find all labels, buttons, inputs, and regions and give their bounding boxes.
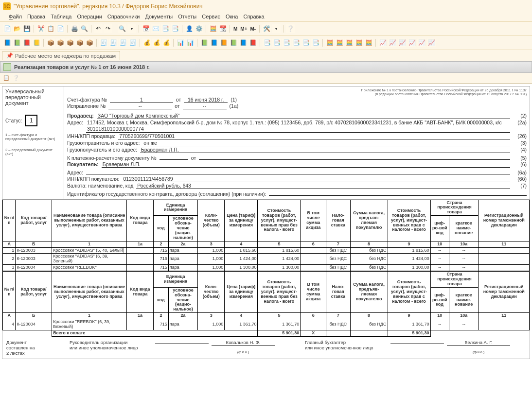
items-table-1: № п/п Код товара/ работ, услуг Наименова… bbox=[2, 200, 530, 272]
calc-icon[interactable]: 🧮 bbox=[209, 24, 217, 33]
tb2-icon-35[interactable]: 🧮 bbox=[364, 38, 373, 47]
document-section-title: Реализация товаров и услуг № 1 от 16 июн… bbox=[14, 64, 150, 70]
tb2-icon-31[interactable]: 🧮 bbox=[325, 38, 334, 47]
paste-icon[interactable]: 📄 bbox=[56, 24, 65, 33]
tb2-icon-2[interactable]: 📗 bbox=[13, 38, 21, 47]
tb2-icon-23[interactable]: 📘 bbox=[239, 38, 248, 47]
tb2-icon-39[interactable]: 📈 bbox=[408, 38, 416, 47]
print-icon[interactable]: 🖨️ bbox=[70, 24, 79, 33]
tb2-icon-20[interactable]: 📘 bbox=[210, 38, 218, 47]
mplus-button[interactable]: M+ bbox=[239, 26, 248, 32]
tb2-icon-17[interactable]: 📊 bbox=[176, 38, 185, 47]
menu-docs[interactable]: Документы bbox=[145, 14, 173, 19]
mminus-button[interactable]: M- bbox=[249, 26, 257, 32]
document-viewport[interactable]: Универсальный передаточный документ Стат… bbox=[0, 84, 532, 414]
gov-contract bbox=[269, 190, 527, 196]
tb2-icon-38[interactable]: 📈 bbox=[398, 38, 407, 47]
tb2-icon-16[interactable]: 💰 bbox=[162, 38, 171, 47]
tb2-icon-22[interactable]: 📗 bbox=[229, 38, 238, 47]
help-icon[interactable]: ❔ bbox=[286, 24, 295, 33]
save-icon[interactable]: 💾 bbox=[22, 24, 31, 33]
question-icon[interactable]: ❔ bbox=[13, 75, 19, 81]
menu-reports[interactable]: Отчеты bbox=[178, 14, 196, 19]
tb2-icon-30[interactable]: 📑 bbox=[311, 38, 320, 47]
toolbar-2: 📘 📗 📕 📒 📦 📦 📦 📦 📦 🧾 🧾 🧾 🧾 💰 💰 💰 📊 📊 📗 📘 … bbox=[0, 36, 532, 50]
user-icon[interactable]: 👤 bbox=[185, 24, 194, 33]
tb2-icon-27[interactable]: 📑 bbox=[282, 38, 291, 47]
preview-icon[interactable]: 🔍 bbox=[80, 24, 89, 33]
tb2-icon-41[interactable]: 📈 bbox=[427, 38, 436, 47]
tb2-icon-32[interactable]: 🧮 bbox=[335, 38, 344, 47]
tb2-icon-36[interactable]: 📈 bbox=[378, 38, 387, 47]
tb2-icon-6[interactable]: 📦 bbox=[56, 38, 65, 47]
new-icon[interactable]: 📄 bbox=[3, 24, 12, 33]
redo-icon[interactable]: ↷ bbox=[104, 24, 112, 33]
tb2-icon-33[interactable]: 🧮 bbox=[345, 38, 354, 47]
tb2-icon-5[interactable]: 📦 bbox=[46, 38, 55, 47]
tb2-icon-15[interactable]: 💰 bbox=[152, 38, 161, 47]
dropdown2-icon[interactable]: ▾ bbox=[272, 24, 281, 33]
date-icon[interactable]: 📆 bbox=[218, 24, 227, 33]
tb2-icon-25[interactable]: 📑 bbox=[263, 38, 271, 47]
zoom-icon[interactable]: 🔍 bbox=[118, 24, 126, 33]
correction-number: -- bbox=[108, 103, 172, 109]
menu-windows[interactable]: Окна bbox=[226, 14, 238, 19]
doc-icon[interactable]: 📑 bbox=[161, 24, 170, 33]
tb2-icon-18[interactable]: 📊 bbox=[186, 38, 195, 47]
acc-sign-slot bbox=[390, 344, 444, 344]
tb2-icon-7[interactable]: 📦 bbox=[66, 38, 74, 47]
tb2-icon-3[interactable]: 📕 bbox=[22, 38, 31, 47]
currency-value: Российский рубль, 643 bbox=[136, 183, 510, 189]
gear-icon[interactable]: ⚙️ bbox=[195, 24, 203, 33]
workspace-tabbar: 📌 Рабочее место менеджера по продажам bbox=[0, 50, 532, 61]
tb2-icon-26[interactable]: 📑 bbox=[272, 38, 281, 47]
cut-icon[interactable]: ✂️ bbox=[36, 24, 45, 33]
tb2-icon-14[interactable]: 💰 bbox=[142, 38, 151, 47]
tb2-icon-1[interactable]: 📘 bbox=[3, 38, 12, 47]
tb2-icon-21[interactable]: 📙 bbox=[219, 38, 228, 47]
workspace-tab[interactable]: 📌 Рабочее место менеджера по продажам bbox=[2, 51, 120, 60]
menu-edit[interactable]: Правка bbox=[27, 14, 45, 19]
totals-row: Всего к оплате 5 901,30 Х 5 901,30 bbox=[3, 330, 530, 336]
send-icon[interactable]: ✉️ bbox=[151, 24, 160, 33]
doc-icon bbox=[3, 63, 11, 71]
tb2-icon-37[interactable]: 📈 bbox=[388, 38, 397, 47]
tb2-icon-9[interactable]: 📦 bbox=[85, 38, 94, 47]
tb2-icon-11[interactable]: 🧾 bbox=[109, 38, 118, 47]
menu-table[interactable]: Таблица bbox=[51, 14, 71, 19]
calendar-icon[interactable]: 📅 bbox=[142, 24, 150, 33]
tb2-icon-24[interactable]: 📕 bbox=[248, 38, 257, 47]
tb2-icon-10[interactable]: 🧾 bbox=[99, 38, 108, 47]
open-icon[interactable]: 📂 bbox=[13, 24, 21, 33]
copy-icon[interactable]: 📋 bbox=[46, 24, 55, 33]
tb2-icon-12[interactable]: 🧾 bbox=[119, 38, 127, 47]
menu-file[interactable]: Файл bbox=[9, 14, 22, 19]
seller-inn: 7705260699/770501001 bbox=[118, 133, 510, 139]
correction-date: -- bbox=[183, 103, 227, 109]
status-label: Статус: bbox=[5, 118, 22, 123]
tb2-icon-4[interactable]: 📒 bbox=[32, 38, 41, 47]
table-row: 2К-120003Кроссовки "ADIDAS" (6, 39, Зеле… bbox=[3, 254, 530, 265]
paydoc-no bbox=[160, 154, 188, 160]
tb2-icon-34[interactable]: 🧮 bbox=[355, 38, 363, 47]
m-button[interactable]: M bbox=[232, 26, 238, 32]
tb2-icon-13[interactable]: 🧾 bbox=[128, 38, 137, 47]
doc2-icon[interactable]: 📑 bbox=[171, 24, 179, 33]
undo-icon[interactable]: ↶ bbox=[94, 24, 103, 33]
main-menubar: Файл Правка Таблица Операции Справочники… bbox=[0, 13, 532, 22]
acc-name: Белкина А. Г. bbox=[447, 340, 510, 345]
table-icon[interactable]: 📋 bbox=[3, 75, 10, 81]
menu-refs[interactable]: Справочники bbox=[107, 14, 140, 19]
tb2-icon-40[interactable]: 📈 bbox=[417, 38, 426, 47]
tb2-icon-29[interactable]: 📑 bbox=[301, 38, 310, 47]
section-toolbar: 📋 ❔ bbox=[0, 73, 532, 84]
tb2-icon-8[interactable]: 📦 bbox=[75, 38, 84, 47]
app-icon: 1C bbox=[3, 2, 11, 10]
tb2-icon-28[interactable]: 📑 bbox=[292, 38, 301, 47]
tb2-icon-19[interactable]: 📗 bbox=[200, 38, 209, 47]
menu-service[interactable]: Сервис bbox=[202, 14, 220, 19]
menu-help[interactable]: Справка bbox=[243, 14, 264, 19]
tool-icon[interactable]: 🛠️ bbox=[262, 24, 271, 33]
menu-ops[interactable]: Операции bbox=[77, 14, 102, 19]
dropdown-icon[interactable]: ▾ bbox=[127, 24, 136, 33]
